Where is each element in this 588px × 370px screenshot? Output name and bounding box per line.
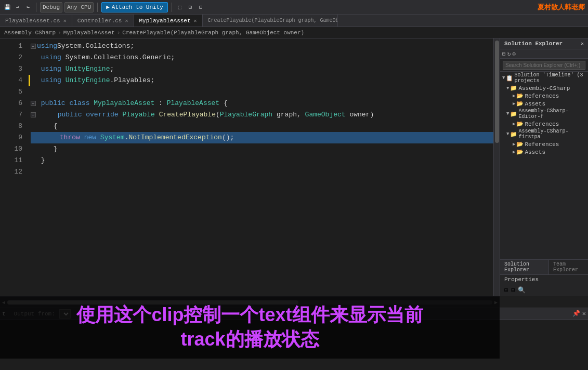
toolbar: 💾 ↩ ↪ Debug Any CPU ▶ Attach to Unity ⬚ … <box>0 0 588 15</box>
code-line-7: − public override Playable CreatePlayabl… <box>31 109 493 121</box>
tab-createplayable[interactable]: CreatePlayable(PlayableGraph graph, Game… <box>203 15 338 27</box>
toolbar-icon2[interactable]: ⊞ <box>186 3 194 11</box>
collapse-6[interactable]: − <box>31 101 36 106</box>
tree-references-3[interactable]: ▶ 📂 References <box>500 140 588 148</box>
code-line-11: } <box>31 155 493 166</box>
pin-icon[interactable]: 📌 <box>572 310 580 318</box>
code-line-1: − using System.Collections; <box>31 41 493 52</box>
breadcrumb: Assembly-CSharp › MyplayableAsset › Crea… <box>0 27 588 38</box>
code-line-3: using UnityEngine; <box>31 63 493 75</box>
tree-assembly-firstpa[interactable]: ▼ 📁 Assembly-CSharp-firstpa <box>500 128 588 140</box>
prop-icon-3[interactable]: 🔍 <box>518 286 526 294</box>
se-icon-1[interactable]: ⊞ <box>502 50 506 57</box>
separator3 <box>172 3 172 12</box>
toolbar-icon1[interactable]: ⬚ <box>176 3 184 11</box>
tab-bar: PlayableAsset.cs ✕ Controller.cs ✕ Mypla… <box>0 15 588 27</box>
breadcrumb-method[interactable]: CreatePlayable(PlayableGraph graph, Game… <box>122 30 304 36</box>
tab-myplayableasset[interactable]: MyplayableAsset ✕ <box>134 15 203 27</box>
undo-icon[interactable]: ↩ <box>14 3 22 11</box>
tab-myplayableasset-label: MyplayableAsset <box>139 18 191 24</box>
tree-assembly-editor[interactable]: ▼ 📁 Assembly-CSharp-Editor-f <box>500 108 588 120</box>
se-toolbar: ⊞ ↻ ⚙ <box>500 49 588 59</box>
solution-explorer-close[interactable]: ✕ <box>581 41 584 47</box>
collapse-7[interactable]: − <box>31 112 36 117</box>
breadcrumb-sep2: › <box>117 30 121 36</box>
tab-controller-label: Controller.cs <box>77 18 122 24</box>
left-gutter <box>0 38 8 296</box>
debug-config[interactable]: Debug <box>40 2 62 12</box>
code-line-2: using System.Collections.Generic; <box>31 52 493 63</box>
code-line-10: } <box>31 143 493 155</box>
prop-icon-2[interactable]: ⊟ <box>511 286 515 294</box>
watermark-title: 夏村散人韩老师 <box>538 3 585 12</box>
tree-assets-1[interactable]: ▶ 📂 Assets <box>500 100 588 108</box>
code-editor[interactable]: − using System.Collections; using System… <box>27 38 493 296</box>
tree-assets-2[interactable]: ▶ 📂 Assets <box>500 148 588 156</box>
tab-playableasset-label: PlayableAsset.cs <box>5 18 60 24</box>
collapse-1[interactable]: − <box>31 44 36 49</box>
tree-references-2[interactable]: ▶ 📂 References <box>500 120 588 128</box>
code-line-12 <box>31 166 493 178</box>
bottom-panel: t Output from: 📌 ✕ 使用这个clip控制一个text组件来显示… <box>0 308 588 370</box>
se-icon-3[interactable]: ⚙ <box>512 50 516 57</box>
tab-solution-explorer[interactable]: Solution Explorer <box>500 260 549 274</box>
cpu-config[interactable]: Any CPU <box>64 2 94 12</box>
breadcrumb-sep1: › <box>58 30 61 36</box>
tab-controller-close[interactable]: ✕ <box>125 18 128 24</box>
prop-icon-1[interactable]: ⊞ <box>504 286 508 294</box>
toolbar-icon3[interactable]: ⊟ <box>197 3 205 11</box>
tree-solution[interactable]: ▼ 📋 Solution 'Timeline' (3 projects <box>500 72 588 84</box>
tab-myplayableasset-close[interactable]: ✕ <box>194 18 197 24</box>
vertical-scrollbar[interactable] <box>493 38 500 296</box>
tab-playableasset[interactable]: PlayableAsset.cs ✕ <box>0 15 72 27</box>
se-bottom-tabs: Solution Explorer Team Explorer <box>500 259 588 274</box>
tab-createplayable-label: CreatePlayable(PlayableGraph graph, Game… <box>208 18 338 23</box>
overlay-line2: track的播放状态 <box>180 327 319 352</box>
tab-team-explorer[interactable]: Team Explorer <box>549 260 588 274</box>
redo-icon[interactable]: ↪ <box>24 3 32 11</box>
tree-references-1[interactable]: ▶ 📂 References <box>500 92 588 100</box>
separator1 <box>36 3 36 12</box>
attach-unity-button[interactable]: ▶ Attach to Unity <box>101 2 168 12</box>
code-line-9: throw new System.NotImplementedException… <box>31 132 493 143</box>
se-tree: ▼ 📋 Solution 'Timeline' (3 projects ▼ 📁 … <box>500 72 588 259</box>
solution-explorer-header: Solution Explorer ✕ <box>500 38 588 49</box>
code-line-6: − public class MyplayableAsset : Playabl… <box>31 98 493 109</box>
tree-assembly-csharp[interactable]: ▼ 📁 Assembly-CSharp <box>500 84 588 92</box>
play-icon: ▶ <box>106 4 110 10</box>
solution-explorer-panel: Solution Explorer ✕ ⊞ ↻ ⚙ ▼ 📋 Solution '… <box>500 38 588 296</box>
se-icon-2[interactable]: ↻ <box>507 50 511 57</box>
close-panel-icon[interactable]: ✕ <box>582 310 586 318</box>
overlay-line1: 使用这个clip控制一个text组件来显示当前 <box>76 303 423 327</box>
se-search-input[interactable] <box>503 61 585 70</box>
properties-header: Properties <box>500 274 588 284</box>
separator2 <box>97 3 98 12</box>
overlay-panel: 使用这个clip控制一个text组件来显示当前 track的播放状态 <box>0 296 500 359</box>
code-line-4: using UnityEngine.Playables; <box>31 75 493 86</box>
code-line-8: { <box>31 121 493 132</box>
save-icon[interactable]: 💾 <box>3 3 11 11</box>
tab-playableasset-close[interactable]: ✕ <box>63 18 67 24</box>
breadcrumb-assembly[interactable]: Assembly-CSharp <box>4 30 56 36</box>
bottom-panel-icon-row: 📌 ✕ <box>572 310 586 318</box>
properties-icons: ⊞ ⊟ 🔍 <box>500 284 588 296</box>
se-search-area <box>500 59 588 72</box>
line-numbers: 1 2 3 4 5 6 7 8 9 10 11 12 <box>8 38 27 296</box>
tab-controller[interactable]: Controller.cs ✕ <box>72 15 134 27</box>
solution-explorer-title: Solution Explorer <box>504 41 563 47</box>
editor-area[interactable]: 1 2 3 4 5 6 7 8 9 10 11 12 − using Syste… <box>0 38 500 296</box>
code-line-5 <box>31 86 493 98</box>
breadcrumb-class[interactable]: MyplayableAsset <box>63 30 115 36</box>
main-layout: 1 2 3 4 5 6 7 8 9 10 11 12 − using Syste… <box>0 38 588 296</box>
